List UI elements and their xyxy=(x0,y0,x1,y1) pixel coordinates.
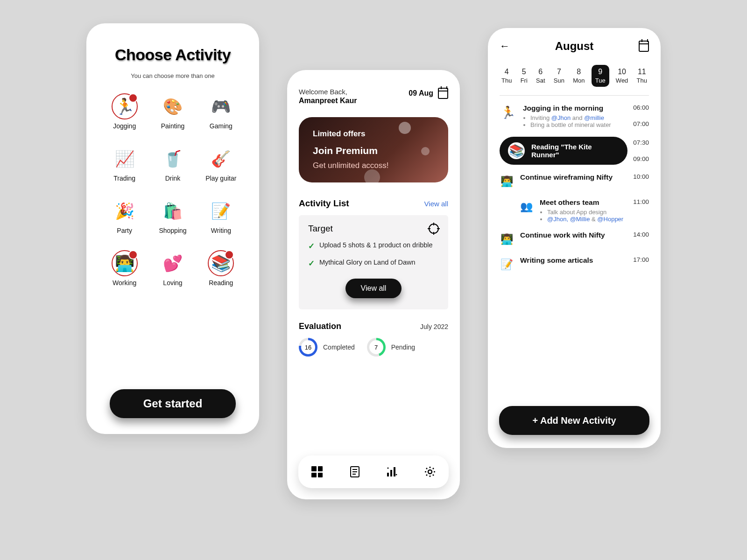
day-name: Thu xyxy=(637,77,647,84)
get-started-button[interactable]: Get started xyxy=(110,389,236,418)
activity-option-writing[interactable]: 📝Writing xyxy=(199,198,243,234)
agenda-item-meeting[interactable]: 👥 Meet others team Talk about App design… xyxy=(500,198,649,223)
check-icon: ✓ xyxy=(308,241,315,251)
activity-option-drink[interactable]: 🥤Drink xyxy=(151,146,194,182)
activity-list-heading: Activity List xyxy=(299,198,349,209)
calendar-icon[interactable] xyxy=(438,88,448,99)
week-day-picker: 4Thu5Fri6Sat7Sun8Mon9Tue10Wed11Thu xyxy=(500,65,649,87)
agenda-title: Continue work with Nifty xyxy=(520,231,627,239)
agenda-item-wireframe[interactable]: 👨‍💻 Continue wireframing Nifty 10:00 xyxy=(500,173,649,190)
screen-choose-activity: Choose Activity You can choose more than… xyxy=(86,23,259,434)
gaming-icon: 🎮 xyxy=(208,93,234,119)
day-name: Tue xyxy=(595,77,606,84)
working-icon: 👨‍💻 xyxy=(500,231,514,248)
premium-promo-card[interactable]: Limited offers Join Premium Get unlimite… xyxy=(299,117,448,182)
nav-list-icon[interactable] xyxy=(349,466,361,478)
svg-rect-5 xyxy=(390,470,392,476)
day-name: Fri xyxy=(521,77,528,84)
view-all-button[interactable]: View all xyxy=(345,279,402,298)
day-option[interactable]: 7Sun xyxy=(552,65,566,87)
bottom-nav xyxy=(298,455,449,488)
activity-option-jogging[interactable]: 🏃Jogging xyxy=(103,93,146,130)
nav-settings-icon[interactable] xyxy=(424,466,436,478)
activity-option-loving[interactable]: 💕Loving xyxy=(151,250,194,287)
evaluation-heading: Evaluation xyxy=(299,322,341,331)
svg-point-7 xyxy=(388,468,389,469)
check-icon: ✓ xyxy=(308,259,315,268)
screen-dashboard: Welcome Back, Amanpreet Kaur 09 Aug Limi… xyxy=(287,70,460,499)
target-title: Target xyxy=(308,224,333,234)
activity-option-party[interactable]: 🎉Party xyxy=(103,198,146,234)
activity-label: Shopping xyxy=(159,227,186,234)
activity-option-shopping[interactable]: 🛍️Shopping xyxy=(151,198,194,234)
agenda-item-jogging[interactable]: 🏃 Jogging in the morning Inviting @Jhon … xyxy=(500,104,649,128)
screen-calendar: ← August 4Thu5Fri6Sat7Sun8Mon9Tue10Wed11… xyxy=(488,28,661,448)
view-all-link[interactable]: View all xyxy=(424,200,448,208)
welcome-text: Welcome Back, xyxy=(299,88,357,96)
day-option[interactable]: 6Sat xyxy=(534,65,547,87)
target-item-text: Mythical Glory on Land of Dawn xyxy=(319,259,416,268)
nav-home-icon[interactable] xyxy=(311,466,323,478)
painting-icon: 🎨 xyxy=(160,93,186,119)
day-name: Sat xyxy=(536,77,545,84)
activity-label: Party xyxy=(117,227,132,234)
day-option[interactable]: 4Thu xyxy=(500,65,514,87)
agenda-item-work[interactable]: 👨‍💻 Continue work with Nifty 14:00 xyxy=(500,231,649,248)
activity-option-play-guitar[interactable]: 🎸Play guitar xyxy=(199,146,243,182)
calendar-icon[interactable] xyxy=(639,41,649,52)
day-option[interactable]: 11Thu xyxy=(635,65,649,87)
agenda-time: 14:00 xyxy=(633,231,649,238)
agenda-item-reading[interactable]: 📚 Reading "The Kite Runner" 07:30 09:00 xyxy=(500,137,649,165)
activity-option-trading[interactable]: 📈Trading xyxy=(103,146,146,182)
activity-label: Reading xyxy=(209,279,233,287)
activity-label: Play guitar xyxy=(205,175,236,182)
day-option[interactable]: 5Fri xyxy=(519,65,529,87)
svg-point-8 xyxy=(396,474,397,476)
promo-line2: Join Premium xyxy=(313,145,434,156)
nav-stats-icon[interactable] xyxy=(386,466,398,478)
day-name: Wed xyxy=(616,77,628,84)
writing-icon: 📝 xyxy=(500,256,514,273)
reading-icon: 📚 xyxy=(208,250,234,276)
agenda-item-writing[interactable]: 📝 Writing some articals 17:00 xyxy=(500,256,649,273)
target-card: Target ✓ Upload 5 shots & 1 product on d… xyxy=(299,215,448,309)
add-activity-button[interactable]: + Add New Activity xyxy=(499,406,649,435)
day-option[interactable]: 8Mon xyxy=(571,65,586,87)
page-title: Choose Activity xyxy=(98,46,247,64)
agenda-title: Jogging in the morning xyxy=(523,104,627,112)
writing-icon: 📝 xyxy=(208,198,234,224)
drink-icon: 🥤 xyxy=(160,146,186,172)
activity-option-gaming[interactable]: 🎮Gaming xyxy=(199,93,243,130)
agenda-time: 11:00 xyxy=(633,198,649,205)
play-guitar-icon: 🎸 xyxy=(208,146,234,172)
day-number: 4 xyxy=(501,68,512,76)
day-option[interactable]: 10Wed xyxy=(614,65,630,87)
day-number: 5 xyxy=(521,68,528,76)
day-option[interactable]: 9Tue xyxy=(592,65,609,87)
user-name: Amanpreet Kaur xyxy=(299,97,357,105)
activity-label: Drink xyxy=(165,175,181,182)
activity-option-painting[interactable]: 🎨Painting xyxy=(151,93,194,130)
calendar-month-title: August xyxy=(555,40,594,53)
agenda-time: 10:00 xyxy=(633,173,649,180)
agenda-time: 09:00 xyxy=(633,155,649,162)
day-number: 7 xyxy=(554,68,564,76)
day-number: 11 xyxy=(637,68,647,76)
activity-label: Painting xyxy=(161,122,185,130)
activity-option-working[interactable]: 👨‍💻Working xyxy=(103,250,146,287)
agenda-time: 17:00 xyxy=(633,256,649,263)
agenda-time: 06:00 xyxy=(633,104,649,111)
pending-label: Pending xyxy=(391,343,415,351)
completed-label: Completed xyxy=(323,343,355,351)
agenda-title: Meet others team xyxy=(540,198,627,207)
day-number: 6 xyxy=(536,68,545,76)
activity-label: Trading xyxy=(113,175,135,182)
jogging-icon: 🏃 xyxy=(500,104,516,121)
agenda-time: 07:30 xyxy=(633,139,649,146)
day-number: 9 xyxy=(595,68,606,76)
back-icon[interactable]: ← xyxy=(500,40,510,52)
svg-point-9 xyxy=(428,470,432,474)
activity-label: Gaming xyxy=(210,122,233,130)
activity-option-reading[interactable]: 📚Reading xyxy=(199,250,243,287)
page-subtitle: You can choose more than one xyxy=(98,72,247,79)
